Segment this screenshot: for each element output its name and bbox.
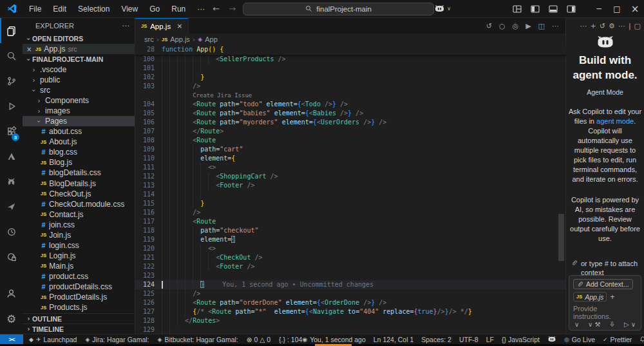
history-icon[interactable]: ↺ [600,22,605,30]
tree-item-pages[interactable]: ›Pages [23,116,135,126]
nav-back-icon[interactable]: ← [211,4,222,14]
code-line-101[interactable]: 101 [135,64,565,73]
tree-item-components[interactable]: ›Components [23,95,135,106]
status-item-lf[interactable]: LF [486,336,494,343]
menu-item-go[interactable]: Go [144,2,166,16]
status-item-jira-hagar-gamal[interactable]: ◈Jira: Hagar Gamal: [85,336,149,343]
menu-item-run[interactable]: Run [166,2,191,16]
context-chip-appjs[interactable]: JS App.js [573,292,607,302]
tree-item-blogdetails.css[interactable]: #blogDetails.css [23,168,135,178]
code-line-103[interactable]: 103/> [135,82,565,91]
code-line-105[interactable]: 105<Route path="babies" element={<Babies… [135,109,565,118]
toggle-secondary-sidebar-icon[interactable] [567,5,576,14]
menu-item-[interactable]: ··· [191,2,211,16]
code-line-120[interactable]: 120<> [135,244,565,253]
code-editor[interactable]: 100<SellerProducts />101102}103/>Create … [135,55,565,334]
circle-dot-icon[interactable]: ◎ [513,22,519,30]
tree-item-about.js[interactable]: JSAbout.js [23,137,135,147]
status-item-copilot[interactable] [547,336,556,343]
agent-mode-link[interactable]: agent mode [596,117,634,125]
code-line-109[interactable]: 109path="cart" [135,145,565,154]
nav-forward-icon[interactable]: → [227,4,238,14]
activity-extensions[interactable]: 3 [0,119,23,144]
tree-item-products.js[interactable]: JSProducts.js [23,302,135,312]
code-line-110[interactable]: 110element={ [135,154,565,163]
activity-run-and-debug[interactable] [0,93,23,119]
more-actions-icon[interactable]: ⋯ [122,21,129,30]
code-line-107[interactable]: 107</Route> [135,127,565,136]
minimize-button[interactable]: ─ [590,1,608,17]
code-line-117[interactable]: 117<Route [135,217,565,226]
breadcrumb[interactable]: src › JS App.js › ◈ App [135,34,565,45]
status-item-0-0[interactable]: ⊗ 0 △ 0 [247,336,270,343]
toggle-panel-icon[interactable] [549,5,558,14]
remote-indicator[interactable]: >< [0,334,23,344]
tree-item-blog.css[interactable]: #blog.css [23,147,135,157]
code-line-111[interactable]: 111<> [135,163,565,172]
maximize-button[interactable]: □ [608,1,626,17]
code-line-115[interactable]: 115} [135,199,565,208]
activity-timeline-clock[interactable] [0,219,23,244]
send-icon[interactable]: ▷ [624,321,629,328]
copilot-titlebar-button[interactable]: ∨ [434,5,451,13]
tree-item-blog.js[interactable]: JSBlog.js [23,157,135,168]
code-line-126[interactable]: 126<Route path="orderDone" element={<Ord… [135,298,565,307]
status-item-go-live[interactable]: ◎Go Live [564,336,595,343]
customize-layout-icon[interactable] [513,5,522,14]
code-line-119[interactable]: 119element={ [135,235,565,244]
activity-settings-gear[interactable]: ⚙ [0,306,23,331]
codelens-row[interactable]: Create Jira Issue [135,91,565,100]
status-item-bell[interactable] [639,336,644,343]
tree-item-checkout.js[interactable]: JSCheckOut.js [23,189,135,199]
code-line-104[interactable]: 104<Route path="todo" element={<Todo />}… [135,100,565,109]
sticky-scroll-line[interactable]: 28function App() { [135,45,565,55]
tree-item-about.css[interactable]: #about.css [23,126,135,137]
tree-item-main.js[interactable]: JSMain.js [23,261,135,271]
activity-accounts[interactable] [0,281,23,306]
tab-appjs[interactable]: JS App.js × [135,18,189,34]
code-line-100[interactable]: 100<SellerProducts /> [135,55,565,64]
circle-outline-icon[interactable]: ○ [499,22,506,30]
status-item-spaces-2[interactable]: Spaces: 2 [421,336,451,343]
mic-icon[interactable] [609,320,615,328]
tree-item-contact.js[interactable]: JSContact.js [23,209,135,220]
activity-search[interactable] [0,43,23,68]
activity-live-share[interactable] [0,194,23,219]
tree-item-productdetails.css[interactable]: #productDetails.css [23,282,135,292]
mode-chevron-down-icon[interactable]: ∨ [574,321,579,328]
code-line-124[interactable]: 124}You, 1 second ago • Uncommitted chan… [135,280,565,289]
status-item-104[interactable]: {.} : 104 [279,336,302,343]
code-line-114[interactable]: 114 [135,190,565,199]
outline-header[interactable]: › OUTLINE [23,313,135,323]
command-center-search[interactable]: finalProject-main [243,3,434,15]
activity-azure[interactable] [0,144,23,169]
status-item-you-1-second-ago[interactable]: ◉You, 1 second ago [302,336,365,343]
project-root-header[interactable]: › FINALPROJECT-MAIN [23,54,135,64]
tools-icon[interactable]: ⚒ [594,321,600,328]
status-item-utf-8[interactable]: UTF-8 [459,336,478,343]
code-line-106[interactable]: 106<Route path="myorders" element={<User… [135,118,565,127]
activity-source-control[interactable] [0,68,23,93]
menu-item-file[interactable]: File [23,2,47,16]
tree-item-public[interactable]: ›public [23,75,135,85]
tree-item-checkout.module.css[interactable]: #CheckOut.module.css [23,199,135,209]
more-icon[interactable]: ⋯ [580,22,587,30]
code-line-108[interactable]: 108<Route [135,136,565,145]
chat-input-box[interactable]: Add Context... JS App.js + Provide instr… [569,275,641,331]
code-line-123[interactable]: 123 [135,271,565,280]
code-line-113[interactable]: 113<Footer /> [135,181,565,190]
close-icon[interactable]: × [176,22,182,30]
code-line-102[interactable]: 102} [135,73,565,82]
tree-item-images[interactable]: ›images [23,106,135,116]
timeline-header[interactable]: › TIMELINE [23,323,135,334]
more-icon[interactable]: ⋯ [618,22,625,30]
vertical-scrollbar[interactable] [558,214,564,261]
add-context-button[interactable]: Add Context... [573,279,633,289]
send-chevron-down-icon[interactable]: ∨ [631,321,636,328]
code-line-128[interactable]: 128</Routes> [135,316,565,325]
add-chip-icon[interactable]: + [610,293,614,302]
chevron-down-icon[interactable]: ∨ [588,321,592,328]
status-item-javascript[interactable]: {} JavaScript [502,336,540,343]
tree-item-.vscode[interactable]: ›.vscode [23,64,135,75]
code-line-112[interactable]: 112<ShoppingCart /> [135,172,565,181]
